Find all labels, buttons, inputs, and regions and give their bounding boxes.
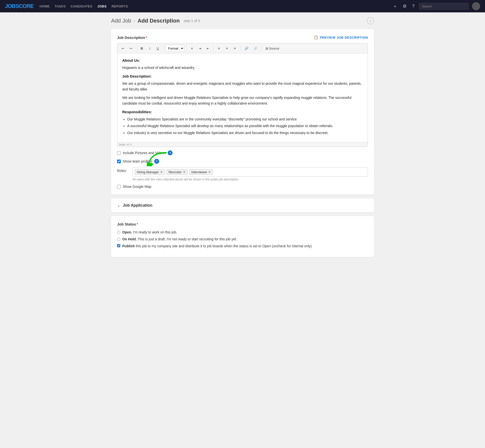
breadcrumb-chevron-icon: › (134, 18, 135, 24)
nav-candidates[interactable]: CANDIDATES (71, 4, 92, 8)
chevron-down-icon: ⌄ (117, 203, 120, 208)
preview-icon: 📋 (314, 35, 319, 40)
status-publish-row: Publish this job to my company site and … (117, 244, 368, 248)
remove-recruiter-button[interactable]: ✕ (183, 170, 185, 174)
main-nav: HOME TASKS CANDIDATES JOBS REPORTS (40, 4, 128, 8)
job-application-title: Job Application (123, 203, 152, 208)
job-desc-heading: Job Description: (122, 73, 363, 79)
avatar (472, 2, 480, 10)
align-center-button[interactable]: ≡ (223, 45, 230, 52)
roles-input[interactable]: Hiring Manager ✕ Recruiter ✕ Interviewer… (132, 167, 368, 177)
format-select[interactable]: Format (165, 45, 184, 52)
navbar: JOBSCORE HOME TASKS CANDIDATES JOBS REPO… (0, 0, 485, 12)
roles-row: Roles: Hiring Manager ✕ Recruiter ✕ Inte… (117, 167, 368, 181)
toolbar-divider-4 (213, 46, 213, 51)
indent-out-button[interactable]: ⇤ (204, 45, 211, 52)
settings-button[interactable]: ⚙ (402, 2, 408, 10)
help-button[interactable]: ? (411, 3, 416, 10)
brand-logo: JOBSCORE (5, 3, 34, 9)
list-button[interactable]: ≡ (188, 45, 195, 52)
unlink-button[interactable]: 🔗 (251, 45, 259, 52)
nav-jobs[interactable]: JOBS (97, 4, 107, 8)
page-container: Add Job › Add Description step 1 of 3 i … (106, 12, 379, 262)
brand-job: JOB (5, 3, 15, 9)
roles-hint: All users with the roles selected above … (132, 178, 368, 181)
status-open-row: Open. I'm ready to work on this job. (117, 230, 368, 234)
job-status-required-star: * (137, 222, 138, 226)
align-left-button[interactable]: ≡ (215, 45, 222, 52)
breadcrumb-current-page: Add Description (138, 18, 180, 24)
job-status-section: Job Status* Open. I'm ready to work on t… (111, 216, 374, 257)
toolbar-divider-1 (136, 46, 136, 51)
statusbar-body: body (119, 143, 125, 146)
show-google-map-label: Show Google Map (123, 185, 151, 189)
role-tag-hiring-manager: Hiring Manager ✕ (135, 169, 165, 175)
remove-interviewer-button[interactable]: ✕ (208, 170, 211, 174)
include-pictures-checkbox[interactable] (117, 151, 121, 155)
toolbar-divider-6 (261, 46, 262, 51)
editor-toolbar: ↩ ↪ B I U Format ≡ ⇥ ⇤ ≡ ≡ ≡ 🔗 (117, 43, 368, 54)
indent-in-button[interactable]: ⇥ (196, 45, 203, 52)
job-application-section: ⌄ Job Application (111, 198, 374, 212)
job-desc-p2: We are looking for intelligent and drive… (122, 95, 363, 106)
italic-button[interactable]: I (146, 45, 153, 52)
job-description-label: Job Description* (117, 35, 147, 40)
nav-tasks[interactable]: TASKS (55, 4, 66, 8)
navbar-right: ＋ ⚙ ? (392, 2, 480, 10)
role-tag-interviewer: Interviewer ✕ (189, 169, 213, 175)
editor-statusbar: body ul li (117, 142, 368, 147)
brand-score: SCORE (15, 3, 33, 9)
remove-hiring-manager-button[interactable]: ✕ (160, 170, 163, 174)
show-google-map-checkbox[interactable] (117, 185, 121, 189)
source-button[interactable]: ⊞ Source (264, 45, 281, 52)
editor-content[interactable]: About Us: Hogwarts is a school of witchc… (117, 54, 368, 142)
roles-label: Roles: (117, 167, 129, 173)
status-hold-radio[interactable] (117, 238, 120, 241)
underline-button[interactable]: U (154, 45, 161, 52)
status-publish-label: Publish this job to my company site and … (122, 244, 312, 248)
redo-button[interactable]: ↪ (127, 45, 134, 52)
responsibilities-heading: Responsibilities: (122, 109, 363, 115)
toolbar-divider-2 (163, 46, 163, 51)
list-item: Our Muggle Relations Specialists are in … (127, 116, 363, 122)
list-item: Our industry is very secretive so our Mu… (127, 130, 363, 136)
show-google-map-row: Show Google Map (117, 185, 368, 189)
link-button[interactable]: 🔗 (242, 45, 250, 52)
undo-button[interactable]: ↩ (119, 45, 126, 52)
job-description-header: Job Description* 📋 PREVIEW JOB DESCRIPTI… (117, 35, 368, 40)
job-desc-p1: We are a group of compassionate, driven … (122, 81, 363, 92)
source-icon: ⊞ (266, 47, 268, 50)
status-open-radio[interactable] (117, 231, 120, 234)
responsibilities-list: Our Muggle Relations Specialists are in … (127, 116, 363, 136)
show-team-profiles-row: Show team profiles ? (117, 159, 368, 164)
editor-container: ↩ ↪ B I U Format ≡ ⇥ ⇤ ≡ ≡ ≡ 🔗 (117, 43, 368, 147)
about-us-heading: About Us: (122, 57, 363, 63)
statusbar-ul: ul (127, 143, 129, 146)
status-publish-checkbox[interactable] (117, 244, 120, 247)
breadcrumb: Add Job › Add Description step 1 of 3 i (111, 17, 374, 24)
show-team-profiles-checkbox[interactable] (117, 160, 121, 163)
job-application-header[interactable]: ⌄ Job Application (111, 198, 374, 212)
about-us-text: Hogwarts is a school of witchcraft and w… (122, 65, 363, 70)
nav-reports[interactable]: REPORTS (112, 4, 128, 8)
add-button[interactable]: ＋ (392, 2, 398, 10)
status-hold-row: On Hold. This is just a draft, I'm not r… (117, 237, 368, 241)
nav-home[interactable]: HOME (40, 4, 50, 8)
breadcrumb-add-job: Add Job (111, 18, 131, 24)
job-description-card: Job Description* 📋 PREVIEW JOB DESCRIPTI… (111, 29, 374, 195)
preview-job-description-link[interactable]: 📋 PREVIEW JOB DESCRIPTION (314, 35, 368, 40)
roles-container: Hiring Manager ✕ Recruiter ✕ Interviewer… (132, 167, 368, 181)
info-button[interactable]: i (367, 17, 374, 24)
bold-button[interactable]: B (138, 45, 145, 52)
green-arrow-icon (147, 151, 169, 166)
list-item: A successful Muggle Relations Specialist… (127, 123, 363, 129)
status-open-label: Open. I'm ready to work on this job. (122, 230, 177, 234)
breadcrumb-step: step 1 of 3 (184, 19, 200, 23)
search-input[interactable] (419, 3, 469, 10)
status-hold-label: On Hold. This is just a draft, I'm not r… (122, 237, 237, 241)
toolbar-divider-3 (186, 46, 186, 51)
statusbar-li: li (130, 143, 131, 146)
align-right-button[interactable]: ≡ (231, 45, 238, 52)
job-status-label: Job Status* (117, 222, 368, 226)
required-star: * (146, 35, 147, 40)
